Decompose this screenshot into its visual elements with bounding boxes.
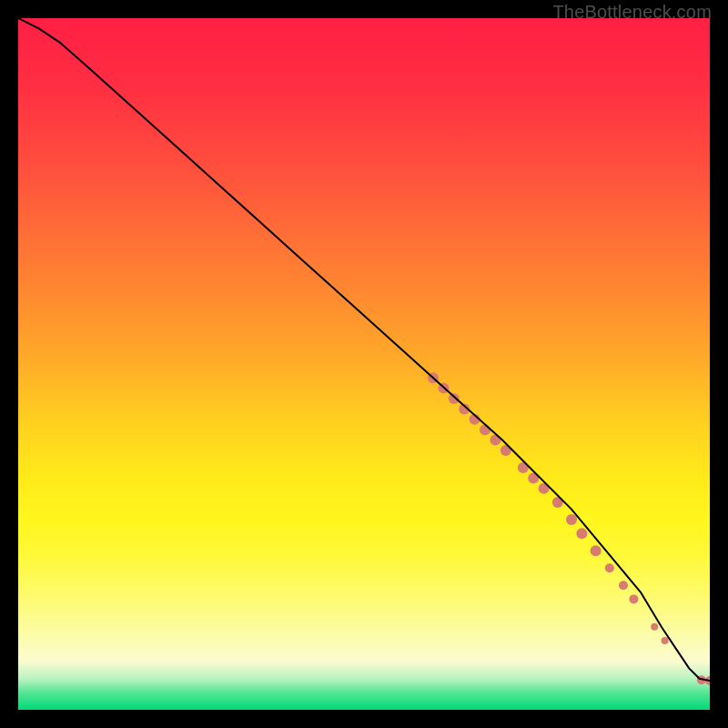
bottleneck-curve <box>18 18 710 681</box>
highlight-point <box>651 623 658 631</box>
highlight-point <box>619 581 628 590</box>
highlight-points-group <box>428 372 710 685</box>
highlight-point <box>566 514 577 525</box>
highlight-point <box>480 424 490 435</box>
highlight-point <box>449 393 460 404</box>
highlight-point <box>605 563 614 572</box>
highlight-point <box>576 528 587 539</box>
highlight-point <box>629 594 638 603</box>
chart-frame: TheBottleneck.com <box>0 0 728 728</box>
highlight-point <box>662 637 669 644</box>
highlight-point <box>591 545 602 556</box>
plot-overlay <box>18 18 710 710</box>
plot-area <box>18 18 710 710</box>
